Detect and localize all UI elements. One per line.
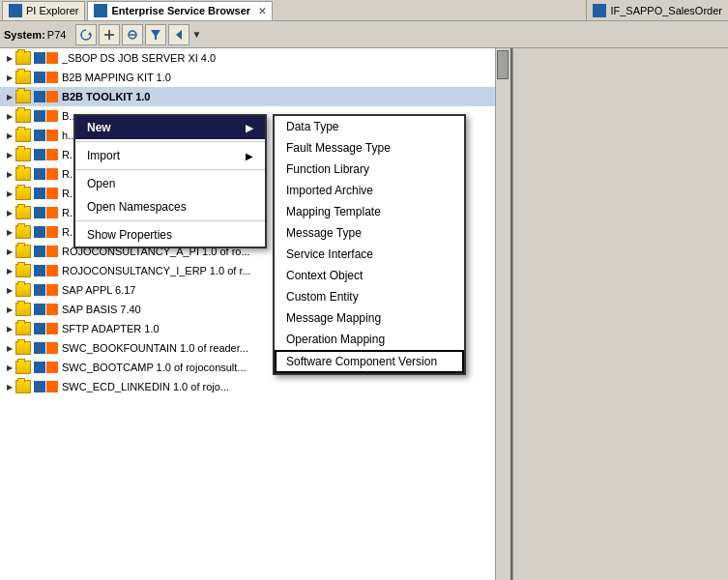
swc-icon-14 (34, 323, 45, 334)
submenu-item-function-library[interactable]: Function Library (275, 159, 464, 180)
submenu-item-message-type[interactable]: Message Type (275, 222, 464, 244)
tree-item-1[interactable]: ▶ B2B MAPPING KIT 1.0 (0, 68, 510, 87)
folder-icon-5 (15, 148, 31, 161)
folder-icon-6 (15, 167, 31, 181)
context-menu-separator-2 (75, 169, 265, 170)
folder-icon-15 (15, 341, 31, 355)
tree-arrow-6: ▶ (4, 168, 15, 180)
folder-icon-10 (15, 245, 31, 258)
swc-icon-14b (46, 323, 58, 334)
folder-icon-8 (15, 206, 31, 219)
tree-text-16: SWC_BOOTCAMP 1.0 of rojoconsult... (62, 362, 247, 373)
folder-icon-2 (15, 90, 31, 103)
swc-icon-0 (34, 52, 45, 64)
toolbar: System: P74 ▼ (0, 21, 728, 48)
tab-bar: PI Explorer Enterprise Service Browser ✕… (0, 0, 728, 21)
submenu-item-service-interface[interactable]: Service Interface (275, 244, 464, 265)
submenu-label-context-object: Context Object (286, 269, 363, 282)
tree-arrow-0: ▶ (4, 52, 15, 64)
folder-icon-0 (15, 51, 31, 65)
tree-text-13: SAP BASIS 7.40 (62, 304, 141, 315)
swc-icon-2 (34, 91, 45, 102)
tree-arrow-17: ▶ (4, 381, 15, 392)
tree-text-1: B2B MAPPING KIT 1.0 (62, 72, 171, 83)
tab-esb-label: Enterprise Service Browser (111, 5, 250, 16)
swc-icon-3b (46, 110, 58, 122)
swc-icon-13b (46, 304, 58, 315)
submenu-label-fault-message-type: Fault Message Type (286, 141, 391, 155)
submenu-label-data-type: Data Type (286, 120, 338, 133)
folder-icon-7 (15, 187, 31, 200)
swc-icon-6 (34, 168, 45, 180)
tab-enterprise-service-browser[interactable]: Enterprise Service Browser ✕ (87, 1, 273, 20)
context-menu-item-new[interactable]: New ▶ (75, 116, 265, 139)
submenu-label-function-library: Function Library (286, 162, 369, 176)
expand-btn[interactable] (99, 24, 120, 45)
submenu-item-fault-message-type[interactable]: Fault Message Type (275, 137, 464, 159)
tree-arrow-7: ▶ (4, 188, 15, 199)
swc-icon-10b (46, 246, 58, 257)
tab-pi-explorer[interactable]: PI Explorer (2, 1, 85, 20)
folder-icon-17 (15, 380, 31, 393)
swc-icon-7b (46, 188, 58, 199)
folder-icon-12 (15, 283, 31, 297)
swc-icon-8b (46, 207, 58, 218)
submenu-item-data-type[interactable]: Data Type (275, 116, 464, 137)
filter-btn[interactable] (145, 24, 166, 45)
swc-icon-5 (34, 149, 45, 160)
submenu: Data Type Fault Message Type Function Li… (273, 114, 466, 375)
context-menu-separator-3 (75, 220, 265, 221)
tree-item-17[interactable]: ▶ SWC_ECD_LINKEDIN 1.0 of rojo... (0, 377, 510, 396)
tree-arrow-13: ▶ (4, 304, 15, 315)
tab-close-icon[interactable]: ✕ (258, 6, 266, 16)
context-menu-item-show-properties[interactable]: Show Properties (75, 223, 265, 246)
submenu-label-message-type: Message Type (286, 226, 362, 240)
tree-text-15: SWC_BOOKFOUNTAIN 1.0 of reader... (62, 342, 248, 354)
submenu-label-mapping-template: Mapping Template (286, 205, 381, 218)
swc-icon-4 (34, 130, 45, 141)
swc-icon-3 (34, 110, 45, 122)
submenu-item-message-mapping[interactable]: Message Mapping (275, 307, 464, 329)
tree-text-11: ROJOCONSULTANCY_I_ERP 1.0 of r... (62, 265, 251, 276)
folder-icon-16 (15, 361, 31, 374)
swc-icon-1b (46, 72, 58, 83)
submenu-label-software-component-version: Software Component Version (286, 355, 437, 368)
context-menu-item-import[interactable]: Import ▶ (75, 144, 265, 167)
svg-marker-0 (88, 32, 92, 35)
swc-icon-9 (34, 226, 45, 238)
tree-text-2: B2B TOOLKIT 1.0 (62, 91, 150, 102)
tree-item-0[interactable]: ▶ _SBOP DS JOB SERVER XI 4.0 (0, 48, 510, 68)
refresh-btn[interactable] (75, 24, 97, 45)
swc-icon-16b (46, 362, 58, 373)
tree-scrollbar[interactable] (495, 48, 510, 580)
svg-marker-6 (176, 30, 182, 40)
context-menu-import-label: Import (87, 149, 120, 162)
context-menu-new-label: New (87, 121, 111, 134)
right-tab-icon (593, 4, 606, 17)
submenu-item-operation-mapping[interactable]: Operation Mapping (275, 329, 464, 350)
submenu-label-custom-entity: Custom Entity (286, 290, 359, 304)
tree-item-2[interactable]: ▶ B2B TOOLKIT 1.0 (0, 87, 510, 106)
folder-icon-9 (15, 225, 31, 239)
submenu-item-mapping-template[interactable]: Mapping Template (275, 201, 464, 222)
dropdown-btn[interactable]: ▼ (191, 29, 201, 40)
tree-text-0: _SBOP DS JOB SERVER XI 4.0 (62, 52, 216, 64)
new-submenu-arrow-icon: ▶ (246, 123, 253, 133)
submenu-item-custom-entity[interactable]: Custom Entity (275, 286, 464, 307)
tree-arrow-9: ▶ (4, 226, 15, 238)
swc-icon-13 (34, 304, 45, 315)
swc-icon-0b (46, 52, 58, 64)
tree-arrow-5: ▶ (4, 149, 15, 160)
submenu-label-imported-archive: Imported Archive (286, 184, 373, 197)
submenu-item-software-component-version[interactable]: Software Component Version (275, 350, 464, 373)
context-menu-item-open-namespaces[interactable]: Open Namespaces (75, 195, 265, 218)
submenu-item-imported-archive[interactable]: Imported Archive (275, 180, 464, 201)
submenu-item-context-object[interactable]: Context Object (275, 265, 464, 286)
collapse-btn[interactable] (122, 24, 143, 45)
tree-arrow-10: ▶ (4, 246, 15, 257)
scrollbar-thumb[interactable] (497, 50, 509, 79)
back-btn[interactable] (168, 24, 189, 45)
context-menu-item-open[interactable]: Open (75, 172, 265, 195)
submenu-label-message-mapping: Message Mapping (286, 311, 381, 325)
folder-icon-14 (15, 322, 31, 335)
